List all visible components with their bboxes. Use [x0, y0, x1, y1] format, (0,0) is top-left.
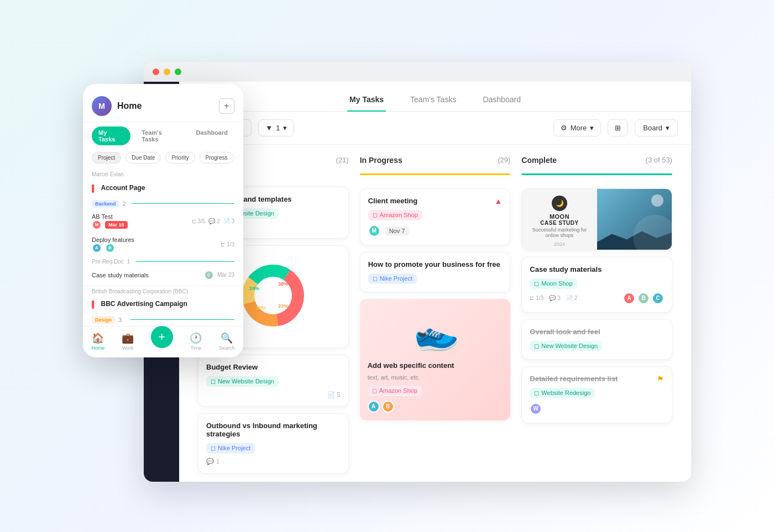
card-detailed-title: Detailed requirements list — [530, 375, 618, 383]
avatar-web-1: A — [368, 401, 380, 413]
card-outbound-title: Outbound vs Inbound marketing strategies — [206, 422, 341, 438]
avatar-web-2: B — [382, 401, 394, 413]
tab-dashboard[interactable]: Dashboard — [480, 91, 523, 112]
card-add-web-content[interactable]: 👟 Add web specific content text, art, mu… — [360, 299, 511, 420]
comment-count: 1 — [216, 458, 219, 465]
card-case-study-title: Case study materials — [530, 265, 664, 273]
mobile-tab-teams[interactable]: Team's Tasks — [135, 127, 185, 145]
mobile-nav-time[interactable]: 🕐 Time — [190, 332, 202, 351]
tag-icon-outbound: ◻ — [211, 445, 216, 452]
mobile-nav-home[interactable]: 🏠 Home — [91, 332, 104, 351]
card-budget-title: Budget Review — [206, 363, 341, 371]
mobile-case-study-task[interactable]: Case study materials C Mar 23 — [83, 267, 243, 283]
date-case-mobile: Mar 23 — [217, 272, 234, 278]
card-case-study-project[interactable]: ◻ Moon Shop — [530, 278, 577, 289]
mobile-tab-dashboard[interactable]: Dashboard — [190, 127, 234, 145]
prereq-count: 1 — [127, 259, 130, 265]
card-promote-business[interactable]: How to promote your business for free ◻ … — [360, 252, 511, 292]
mobile-nav-work[interactable]: 💼 Work — [122, 332, 134, 351]
tag-icon-budget: ◻ — [211, 378, 216, 385]
tab-my-tasks[interactable]: My Tasks — [347, 91, 386, 112]
moon-year: 2024 — [554, 241, 565, 247]
card-overall-project[interactable]: ◻ New Website Design — [530, 341, 602, 351]
tab-teams-tasks[interactable]: Team's Tasks — [408, 91, 458, 112]
mobile-task-bbc[interactable]: ▌ BBC Advertising Campaign — [83, 296, 243, 314]
mobile-filter-priority[interactable]: Priority — [165, 152, 195, 164]
tag-icon-case: ◻ — [534, 280, 539, 287]
prereq-label: Pre-Req Doc — [92, 259, 124, 265]
card-client-meeting[interactable]: Client meeting ▲ ◻ Amazon Shop M Nov 7 — [360, 188, 511, 245]
grid-view-button[interactable]: ⊞ — [608, 119, 628, 136]
card-budget-review[interactable]: Budget Review ◻ New Website Design 📄 5 — [198, 355, 349, 407]
mobile-deploy-title: Deploy features — [92, 236, 134, 243]
card-detailed-requirements[interactable]: Detailed requirements list ⚑ ◻ Website R… — [521, 366, 672, 423]
card-overall-title: Overall look and feel — [530, 328, 664, 336]
grid-icon: ⊞ — [615, 124, 621, 132]
card-outbound-marketing[interactable]: Outbound vs Inbound marketing strategies… — [198, 413, 349, 473]
mobile-nav-add[interactable]: + — [151, 326, 173, 348]
mobile-filter-project[interactable]: Project — [92, 152, 121, 164]
moon-logo: 🌙 — [552, 196, 567, 211]
card-budget-project[interactable]: ◻ New Website Design — [206, 376, 279, 387]
card-outbound-project[interactable]: ◻ Nike Project — [206, 443, 255, 454]
avatar-dr: W — [530, 403, 542, 415]
card-overall-look[interactable]: Overall look and feel ◻ New Website Desi… — [521, 319, 672, 360]
mobile-add-button[interactable]: + — [219, 98, 234, 114]
tag-icon-client: ◻ — [373, 212, 378, 219]
card-detailed-project[interactable]: ◻ Website Redesign — [530, 388, 595, 398]
card-promote-project[interactable]: ◻ Nike Project — [368, 273, 417, 284]
mobile-user-avatar: M — [92, 96, 112, 116]
complete-count: (3 of 53) — [646, 156, 672, 164]
window-titlebar — [144, 62, 691, 82]
mobile-account-title: Account Page — [101, 184, 145, 192]
maximize-button[interactable] — [175, 69, 181, 75]
board-area: To Do (21) Standards and templates ◻ New… — [179, 145, 691, 482]
mobile-ab-test[interactable]: AB Test M Mar 18 ⊏ 3/5 💬 2 📄 3 — [83, 210, 243, 233]
tasks-stat: 1/3 — [536, 295, 543, 301]
board-view-button[interactable]: Board ▾ — [635, 119, 678, 136]
mobile-task-account-page[interactable]: ▌ Account Page — [83, 180, 243, 198]
toolbar: + + Add Task ▼ 1 ▾ ⚙ More ▾ — [179, 112, 691, 145]
mobile-ab-title: AB Test — [92, 213, 128, 220]
inprogress-count: (29) — [498, 156, 510, 164]
filter-button[interactable]: ▼ 1 ▾ — [258, 119, 294, 136]
date-tag: Nov 7 — [385, 227, 410, 235]
card-moon-case-study[interactable]: 🌙 moon CASE STUDY Successful marketing f… — [521, 188, 672, 250]
card-case-study-materials[interactable]: Case study materials ◻ Moon Shop ⊏ 1/3 — [521, 257, 672, 313]
minimize-button[interactable] — [164, 69, 170, 75]
mobile-section-1: Marcel Evian — [83, 168, 243, 180]
card-web-content-title: Add web specific content — [368, 361, 503, 370]
mobile-badge-backend: Backend — [92, 200, 119, 208]
tag-icon-detailed: ◻ — [534, 389, 539, 397]
mobile-filter-progress[interactable]: Progress — [200, 152, 234, 164]
design-count: 3 — [118, 317, 122, 323]
avatar-case-mobile: C — [204, 270, 214, 280]
card-client-meeting-title: Client meeting — [368, 197, 418, 205]
comments-icon: 💬 — [549, 295, 556, 301]
mobile-deploy-features[interactable]: Deploy features A B ⊏ 1/3 — [83, 233, 243, 256]
meta-deploy-tasks: ⊏ 1/3 — [221, 241, 234, 247]
tag-icon-promote: ◻ — [373, 275, 378, 282]
home-nav-icon: 🏠 — [92, 332, 104, 344]
card-web-content-project[interactable]: ◻ Amazon Shop — [368, 386, 422, 396]
avatar-deploy-2: B — [105, 243, 115, 253]
tag-icon-web: ◻ — [372, 387, 377, 394]
mobile-nav-search[interactable]: 🔍 Search — [219, 332, 235, 351]
moon-card-image — [597, 189, 672, 250]
mobile-filter-duedate[interactable]: Due Date — [125, 152, 161, 164]
inprogress-line — [360, 173, 511, 175]
meta-ab-tasks: ⊏ 3/5 — [192, 218, 206, 224]
more-button[interactable]: ⚙ More ▾ — [553, 119, 602, 136]
mobile-tab-my-tasks[interactable]: My Tasks — [92, 127, 130, 145]
priority-icon-bbc: ▌ — [92, 301, 97, 308]
complete-line — [521, 173, 672, 175]
priority-icon-account: ▌ — [92, 185, 97, 192]
mobile-overlay: M Home + My Tasks Team's Tasks Dashboard… — [83, 84, 243, 357]
close-button[interactable] — [153, 69, 159, 75]
mobile-home-title: Home — [117, 101, 142, 111]
tabs-bar: My Tasks Team's Tasks Dashboard — [179, 82, 691, 112]
card-client-project[interactable]: ◻ Amazon Shop — [368, 210, 422, 220]
mobile-bbc-section: British Broadcasting Corporation (BBC) — [83, 286, 243, 296]
avatar-cs-1: A — [623, 292, 635, 304]
meta-ab-files: 📄 3 — [223, 218, 234, 224]
